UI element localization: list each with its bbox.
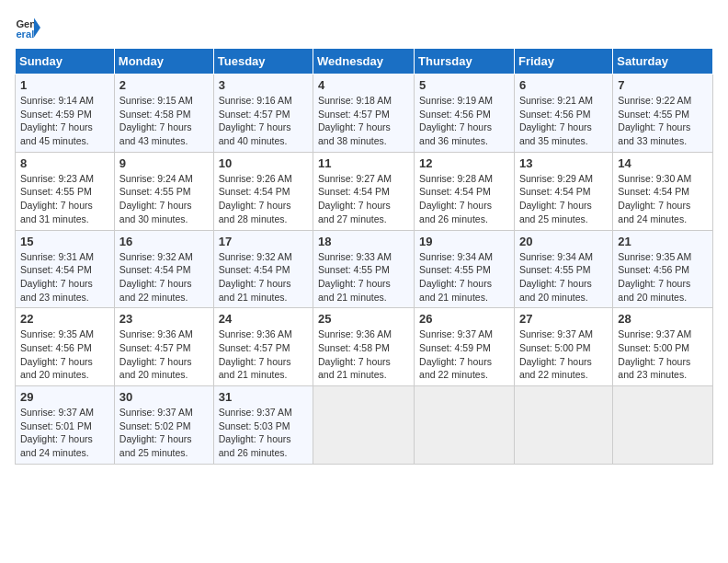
calendar-week-3: 22Sunrise: 9:35 AMSunset: 4:56 PMDayligh…	[16, 308, 713, 386]
calendar-cell: 26Sunrise: 9:37 AMSunset: 4:59 PMDayligh…	[415, 308, 515, 386]
calendar-cell: 21Sunrise: 9:35 AMSunset: 4:56 PMDayligh…	[613, 230, 713, 308]
day-info: Sunrise: 9:36 AMSunset: 4:57 PMDaylight:…	[219, 327, 308, 382]
day-number: 6	[519, 78, 608, 92]
calendar-cell: 7Sunrise: 9:22 AMSunset: 4:55 PMDaylight…	[613, 75, 713, 153]
day-number: 20	[519, 235, 608, 248]
calendar-cell: 18Sunrise: 9:33 AMSunset: 4:55 PMDayligh…	[313, 230, 415, 308]
day-info: Sunrise: 9:24 AMSunset: 4:55 PMDaylight:…	[119, 172, 209, 226]
calendar-week-4: 29Sunrise: 9:37 AMSunset: 5:01 PMDayligh…	[16, 386, 713, 465]
day-number: 27	[519, 312, 608, 326]
day-number: 12	[419, 156, 509, 170]
day-info: Sunrise: 9:29 AMSunset: 4:54 PMDaylight:…	[519, 172, 608, 226]
day-info: Sunrise: 9:32 AMSunset: 4:54 PMDaylight:…	[119, 250, 209, 304]
calendar-week-2: 15Sunrise: 9:31 AMSunset: 4:54 PMDayligh…	[16, 230, 713, 308]
day-info: Sunrise: 9:37 AMSunset: 5:03 PMDaylight:…	[219, 406, 308, 460]
day-info: Sunrise: 9:35 AMSunset: 4:56 PMDaylight:…	[618, 250, 708, 304]
day-number: 28	[618, 312, 708, 326]
page-header: Gen eral	[15, 15, 713, 40]
calendar-week-1: 8Sunrise: 9:23 AMSunset: 4:55 PMDaylight…	[16, 152, 713, 230]
day-number: 8	[20, 156, 109, 170]
day-info: Sunrise: 9:23 AMSunset: 4:55 PMDaylight:…	[20, 172, 109, 226]
day-info: Sunrise: 9:37 AMSunset: 5:00 PMDaylight:…	[519, 327, 608, 382]
calendar-cell: 2Sunrise: 9:15 AMSunset: 4:58 PMDaylight…	[114, 75, 213, 153]
day-info: Sunrise: 9:30 AMSunset: 4:54 PMDaylight:…	[618, 172, 708, 226]
calendar-cell: 28Sunrise: 9:37 AMSunset: 5:00 PMDayligh…	[613, 308, 713, 386]
day-number: 26	[419, 312, 509, 326]
day-number: 9	[119, 156, 209, 170]
day-info: Sunrise: 9:16 AMSunset: 4:57 PMDaylight:…	[219, 94, 308, 148]
day-info: Sunrise: 9:36 AMSunset: 4:57 PMDaylight:…	[119, 327, 209, 382]
calendar-cell: 6Sunrise: 9:21 AMSunset: 4:56 PMDaylight…	[514, 75, 612, 153]
day-info: Sunrise: 9:34 AMSunset: 4:55 PMDaylight:…	[419, 250, 509, 304]
day-number: 4	[318, 78, 409, 92]
day-number: 11	[318, 156, 409, 170]
day-info: Sunrise: 9:21 AMSunset: 4:56 PMDaylight:…	[519, 94, 608, 148]
calendar-cell: 30Sunrise: 9:37 AMSunset: 5:02 PMDayligh…	[114, 386, 213, 465]
calendar-cell: 15Sunrise: 9:31 AMSunset: 4:54 PMDayligh…	[16, 230, 115, 308]
calendar-cell: 12Sunrise: 9:28 AMSunset: 4:54 PMDayligh…	[415, 152, 515, 230]
day-info: Sunrise: 9:36 AMSunset: 4:58 PMDaylight:…	[318, 327, 409, 382]
calendar-cell: 3Sunrise: 9:16 AMSunset: 4:57 PMDaylight…	[213, 75, 313, 153]
svg-marker-2	[34, 18, 40, 38]
calendar-cell: 29Sunrise: 9:37 AMSunset: 5:01 PMDayligh…	[16, 386, 115, 465]
day-number: 13	[519, 156, 608, 170]
day-number: 1	[20, 78, 109, 92]
day-number: 18	[318, 235, 409, 248]
day-info: Sunrise: 9:37 AMSunset: 5:02 PMDaylight:…	[119, 406, 209, 460]
header-monday: Monday	[114, 49, 213, 75]
day-number: 25	[318, 312, 409, 326]
logo-icon: Gen eral	[15, 15, 40, 40]
day-info: Sunrise: 9:18 AMSunset: 4:57 PMDaylight:…	[318, 94, 409, 148]
header-wednesday: Wednesday	[313, 49, 415, 75]
calendar-cell: 13Sunrise: 9:29 AMSunset: 4:54 PMDayligh…	[514, 152, 612, 230]
calendar-cell: 19Sunrise: 9:34 AMSunset: 4:55 PMDayligh…	[415, 230, 515, 308]
day-info: Sunrise: 9:33 AMSunset: 4:55 PMDaylight:…	[318, 250, 409, 304]
day-info: Sunrise: 9:27 AMSunset: 4:54 PMDaylight:…	[318, 172, 409, 226]
day-number: 14	[618, 156, 708, 170]
calendar-cell	[514, 386, 612, 465]
day-info: Sunrise: 9:31 AMSunset: 4:54 PMDaylight:…	[20, 250, 109, 304]
day-info: Sunrise: 9:37 AMSunset: 5:00 PMDaylight:…	[618, 327, 708, 382]
header-saturday: Saturday	[613, 49, 713, 75]
calendar-cell: 27Sunrise: 9:37 AMSunset: 5:00 PMDayligh…	[514, 308, 612, 386]
day-number: 19	[419, 235, 509, 248]
header-friday: Friday	[514, 49, 612, 75]
day-number: 31	[219, 390, 308, 404]
day-number: 17	[219, 235, 308, 248]
calendar-header: SundayMondayTuesdayWednesdayThursdayFrid…	[16, 49, 713, 75]
day-info: Sunrise: 9:37 AMSunset: 4:59 PMDaylight:…	[419, 327, 509, 382]
day-number: 23	[119, 312, 209, 326]
calendar-cell	[313, 386, 415, 465]
calendar-cell: 11Sunrise: 9:27 AMSunset: 4:54 PMDayligh…	[313, 152, 415, 230]
calendar-cell: 22Sunrise: 9:35 AMSunset: 4:56 PMDayligh…	[16, 308, 115, 386]
calendar-cell: 16Sunrise: 9:32 AMSunset: 4:54 PMDayligh…	[114, 230, 213, 308]
day-number: 5	[419, 78, 509, 92]
day-number: 2	[119, 78, 209, 92]
calendar-cell: 1Sunrise: 9:14 AMSunset: 4:59 PMDaylight…	[16, 75, 115, 153]
calendar-cell: 23Sunrise: 9:36 AMSunset: 4:57 PMDayligh…	[114, 308, 213, 386]
day-info: Sunrise: 9:15 AMSunset: 4:58 PMDaylight:…	[119, 94, 209, 148]
calendar-cell: 24Sunrise: 9:36 AMSunset: 4:57 PMDayligh…	[213, 308, 313, 386]
calendar-cell	[415, 386, 515, 465]
header-sunday: Sunday	[16, 49, 115, 75]
day-number: 21	[618, 235, 708, 248]
day-info: Sunrise: 9:14 AMSunset: 4:59 PMDaylight:…	[20, 94, 109, 148]
day-number: 24	[219, 312, 308, 326]
calendar-cell: 5Sunrise: 9:19 AMSunset: 4:56 PMDaylight…	[415, 75, 515, 153]
calendar-cell: 20Sunrise: 9:34 AMSunset: 4:55 PMDayligh…	[514, 230, 612, 308]
calendar-cell: 9Sunrise: 9:24 AMSunset: 4:55 PMDaylight…	[114, 152, 213, 230]
day-info: Sunrise: 9:28 AMSunset: 4:54 PMDaylight:…	[419, 172, 509, 226]
day-number: 16	[119, 235, 209, 248]
header-tuesday: Tuesday	[213, 49, 313, 75]
day-number: 22	[20, 312, 109, 326]
calendar-cell: 8Sunrise: 9:23 AMSunset: 4:55 PMDaylight…	[16, 152, 115, 230]
calendar-table: SundayMondayTuesdayWednesdayThursdayFrid…	[15, 48, 713, 465]
day-info: Sunrise: 9:19 AMSunset: 4:56 PMDaylight:…	[419, 94, 509, 148]
calendar-week-0: 1Sunrise: 9:14 AMSunset: 4:59 PMDaylight…	[16, 75, 713, 153]
calendar-cell: 17Sunrise: 9:32 AMSunset: 4:54 PMDayligh…	[213, 230, 313, 308]
svg-text:Gen: Gen	[16, 18, 36, 29]
day-info: Sunrise: 9:22 AMSunset: 4:55 PMDaylight:…	[618, 94, 708, 148]
day-info: Sunrise: 9:32 AMSunset: 4:54 PMDaylight:…	[219, 250, 308, 304]
day-info: Sunrise: 9:26 AMSunset: 4:54 PMDaylight:…	[219, 172, 308, 226]
svg-text:eral: eral	[16, 29, 34, 40]
